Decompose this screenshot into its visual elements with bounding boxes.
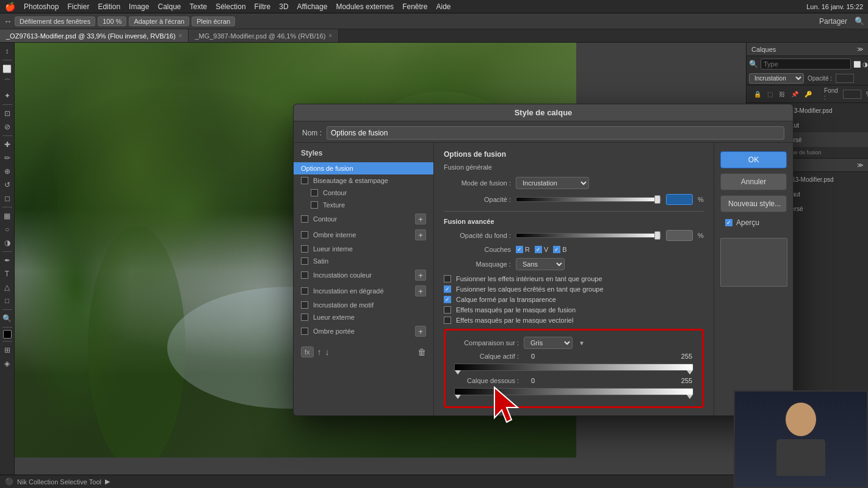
style-item-contour[interactable]: Contour + xyxy=(294,211,433,227)
tool-shape[interactable]: □ xyxy=(1,295,13,307)
menu-3d[interactable]: 3D xyxy=(279,2,288,11)
style-item-incrustation-motif[interactable]: Incrustation de motif xyxy=(294,299,433,311)
tool-gradient[interactable]: ▦ xyxy=(1,210,13,222)
style-add-ombre-interne[interactable]: + xyxy=(415,229,426,240)
style-item-satin[interactable]: Satin xyxy=(294,255,433,267)
menu-texte[interactable]: Texte xyxy=(190,2,208,11)
tool-eyedropper[interactable]: ⊘ xyxy=(1,121,13,133)
menu-photoshop[interactable]: Photoshop xyxy=(24,2,59,11)
cb-2[interactable]: ✓ xyxy=(444,285,451,293)
name-input[interactable] xyxy=(327,126,784,140)
opacity-value-input[interactable]: 100 xyxy=(666,194,693,205)
move-down-icon[interactable]: ↓ xyxy=(325,347,330,357)
calques-icon-adjust[interactable]: ◑ xyxy=(863,61,868,68)
menu-image[interactable]: Image xyxy=(129,2,149,11)
delete-icon[interactable]: 🗑 xyxy=(418,347,426,357)
tool-brush[interactable]: ✏ xyxy=(1,152,13,164)
style-cb-lueur-externe[interactable] xyxy=(301,314,308,321)
calque-actif-arrow-right[interactable] xyxy=(687,370,693,375)
style-add-incrustation-degrade[interactable]: + xyxy=(415,285,426,296)
style-add-ombre-portee[interactable]: + xyxy=(415,326,426,337)
apercu-cb[interactable]: ✓ xyxy=(725,219,732,226)
style-cb-satin[interactable] xyxy=(301,257,308,265)
menu-fenetre[interactable]: Fenêtre xyxy=(402,2,427,11)
tool-fg-color[interactable] xyxy=(3,330,12,339)
annuler-button[interactable]: Annuler xyxy=(720,173,787,190)
move-up-icon[interactable]: ↑ xyxy=(317,347,322,357)
style-item-ombre-portee[interactable]: Ombre portée + xyxy=(294,323,433,339)
tool-zoom[interactable]: 🔍 xyxy=(1,312,13,325)
style-cb-incrustation-couleur[interactable] xyxy=(301,271,308,279)
tool-marquee[interactable]: ⬜ xyxy=(1,63,13,75)
tool-eraser[interactable]: ◻ xyxy=(1,192,13,204)
style-item-texture[interactable]: Texture xyxy=(294,199,433,211)
key-icon[interactable]: 🔑 xyxy=(802,90,814,98)
style-cb-ombre-portee[interactable] xyxy=(301,328,308,335)
tab-1[interactable]: _OZ97613-Modifier.psd @ 33,9% (Flou inve… xyxy=(0,29,189,42)
tool-crop[interactable]: ⊡ xyxy=(1,107,13,120)
apple-menu[interactable]: 🍎 xyxy=(5,2,15,12)
style-item-incrustation-degrade[interactable]: Incrustation en dégradé + xyxy=(294,283,433,299)
calques-expand-icon[interactable]: ≫ xyxy=(857,46,863,52)
opacity-slider-track[interactable] xyxy=(516,197,661,202)
menu-aide[interactable]: Aide xyxy=(436,2,450,11)
scroll-windows-btn[interactable]: Défilement des fenêtres xyxy=(15,16,95,26)
mode-fusion-select[interactable]: Incrustation xyxy=(516,177,589,189)
ok-button[interactable]: OK xyxy=(720,151,787,168)
menu-edition[interactable]: Edition xyxy=(98,2,120,11)
calque-dessous-gradient[interactable] xyxy=(454,388,693,395)
cb-4[interactable] xyxy=(444,306,451,314)
tool-blur[interactable]: ○ xyxy=(1,223,13,235)
style-cb-texture[interactable] xyxy=(311,201,318,209)
tool-lasso[interactable]: ⌒ xyxy=(1,76,13,88)
style-cb-incrustation-degrade[interactable] xyxy=(301,287,308,295)
cb-5[interactable] xyxy=(444,317,451,324)
style-item-biseautage[interactable]: Biseautage & estampage xyxy=(294,174,433,187)
style-item-options-fusion[interactable]: Options de fusion xyxy=(294,162,433,174)
style-item-lueur-interne[interactable]: Lueur interne xyxy=(294,243,433,255)
cb-1[interactable] xyxy=(444,275,451,282)
nouveau-style-button[interactable]: Nouveau style... xyxy=(720,195,787,212)
tool-path[interactable]: △ xyxy=(1,281,13,293)
calque-dessous-arrow-left[interactable] xyxy=(455,395,461,399)
fill-opacity-slider-thumb[interactable] xyxy=(654,231,660,240)
tool-healing[interactable]: ✚ xyxy=(1,138,13,151)
full-screen-btn[interactable]: Plein écran xyxy=(192,16,235,26)
channel-b-cb[interactable]: ✓ xyxy=(553,246,560,253)
tab-2[interactable]: _MG_9387-Modifier.psd @ 46,1% (RVB/16) × xyxy=(189,29,339,42)
fill-input[interactable]: 100 xyxy=(843,90,861,99)
lock-icon[interactable]: 🔒 xyxy=(751,90,764,98)
zoom-level-btn[interactable]: 100 % xyxy=(98,16,126,26)
masquage-select[interactable]: Sans xyxy=(516,258,565,270)
opacity-input[interactable]: 100 xyxy=(836,74,854,83)
menu-affichage[interactable]: Affichage xyxy=(297,2,328,11)
tab-2-close[interactable]: × xyxy=(328,32,332,39)
tool-history-brush[interactable]: ↺ xyxy=(1,179,13,191)
style-cb-contour-indent[interactable] xyxy=(311,189,318,196)
calque-actif-gradient[interactable] xyxy=(454,364,693,371)
cb-3[interactable]: ✓ xyxy=(444,296,451,303)
tool-dodge[interactable]: ◑ xyxy=(1,237,13,249)
calques-icon-pixel[interactable]: ⬜ xyxy=(853,61,861,68)
search-icon[interactable]: 🔍 xyxy=(855,16,864,26)
menu-fichier[interactable]: Fichier xyxy=(67,2,89,11)
calques-search-input[interactable] xyxy=(761,59,851,70)
fit-screen-btn[interactable]: Adapter à l'écran xyxy=(129,16,189,26)
style-item-contour-indent[interactable]: Contour xyxy=(294,187,433,199)
style-cb-incrustation-motif[interactable] xyxy=(301,301,308,309)
calque-actif-arrow-left[interactable] xyxy=(455,370,461,375)
tool-grid[interactable]: ⊞ xyxy=(1,344,13,356)
style-cb-ombre-interne[interactable] xyxy=(301,231,308,239)
tool-move[interactable]: ↕ xyxy=(1,45,13,57)
style-item-incrustation-couleur[interactable]: Incrustation couleur + xyxy=(294,267,433,283)
tool-clone[interactable]: ⊕ xyxy=(1,165,13,178)
menu-calque[interactable]: Calque xyxy=(157,2,181,11)
menu-selection[interactable]: Sélection xyxy=(215,2,245,11)
history-expand-icon[interactable]: ≫ xyxy=(857,162,863,168)
style-item-ombre-interne[interactable]: Ombre interne + xyxy=(294,227,433,243)
calque-dessous-arrow-right[interactable] xyxy=(687,395,693,399)
fill-opacity-input[interactable]: 100 xyxy=(666,230,693,241)
calques-mode-select[interactable]: Incrustation xyxy=(749,73,804,84)
tool-pen[interactable]: ✒ xyxy=(1,254,13,267)
tool-magic-wand[interactable]: ✦ xyxy=(1,90,13,102)
